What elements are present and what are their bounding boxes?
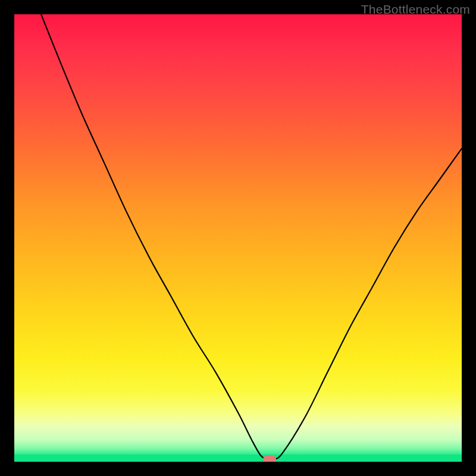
bottleneck-curve: [14, 14, 462, 462]
watermark-text: TheBottleneck.com: [361, 2, 470, 17]
chart-frame: TheBottleneck.com: [0, 0, 476, 476]
plot-area: [14, 14, 462, 462]
optimum-marker: [263, 456, 276, 462]
